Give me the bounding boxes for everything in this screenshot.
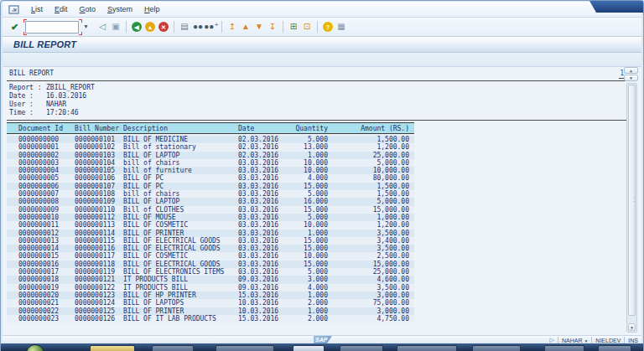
status-insert-mode: INS (628, 338, 638, 343)
save-icon[interactable]: ▣ (110, 21, 122, 33)
continue-icon[interactable]: ◁ (96, 21, 108, 33)
system-menu-icon[interactable] (8, 5, 20, 14)
table-row[interactable]: 00000000090000000110Bill of CLOTHES03.03… (7, 206, 414, 214)
table-cell: BILL OF ELECTRONICS ITEMS (123, 268, 224, 276)
cancel-icon[interactable]: ✕ (158, 21, 169, 33)
status-server: NIELDEV (595, 338, 621, 343)
first-page-icon[interactable]: ↥ (226, 21, 238, 33)
table-cell: bill of furniture (123, 167, 192, 174)
create-shortcut-icon[interactable]: ⊡ (301, 21, 313, 33)
table-cell: 0000000112 (75, 214, 115, 221)
table-row[interactable]: 00000000030000000104bill of chairs03.03.… (7, 159, 414, 167)
menu-item-edit[interactable]: Edit (49, 3, 74, 15)
table-row[interactable]: 00000000120000000114BILL OF PRINTER03.03… (7, 230, 414, 237)
toolbar-icons: ◁▣◀▲✕▤●●●●⁺↥▲▼↧⊞⊡?▦ (96, 21, 348, 33)
table-cell: 10.000 (271, 167, 328, 174)
print-icon[interactable]: ▤ (179, 21, 190, 33)
table-row[interactable]: 00000000170000000119BILL OF ELECTRONICS … (7, 268, 414, 276)
table-row[interactable]: 00000000080000000109BILL OF LAPTOP03.03.… (7, 198, 414, 205)
table-header-row: Document IdBill NumberDescriptionDateQua… (7, 122, 414, 134)
taskbar-button[interactable] (544, 345, 584, 351)
application-toolbar (3, 53, 641, 67)
table-row[interactable]: 00000000160000000118BILL OF ELECTRICAL G… (7, 261, 414, 268)
divider (558, 337, 558, 343)
taskbar-button[interactable] (90, 345, 135, 351)
page-up-icon[interactable]: ▲ (240, 21, 252, 33)
menu-item-system[interactable]: System (101, 3, 138, 15)
table-cell: 0000000104 (75, 159, 115, 167)
table-row[interactable]: 00000000140000000116BILL OF ELECTRICAL G… (7, 245, 414, 252)
table-cell: 1.000 (271, 152, 328, 159)
back-icon[interactable]: ◀ (131, 21, 143, 33)
divider (7, 120, 628, 121)
table-cell: 0000000011 (18, 221, 59, 229)
table-row[interactable]: 00000000180000000121IT PRODUCTS BILL09.0… (7, 276, 414, 283)
taskbar-button[interactable] (472, 345, 521, 351)
taskbar-button[interactable] (340, 345, 383, 351)
taskbar-button[interactable] (216, 345, 274, 351)
enter-icon[interactable]: ✔ (8, 21, 21, 34)
command-input[interactable] (25, 21, 79, 34)
taskbar-button[interactable] (598, 345, 631, 351)
status-expand-icon[interactable]: ▷ (550, 337, 554, 343)
table-cell: BILL OF HP PRINTER (123, 292, 196, 299)
table-cell: 3,500.00 (336, 284, 409, 292)
taskbar-button[interactable] (293, 345, 325, 351)
scroll-down-button[interactable]: ▼ (624, 75, 638, 81)
help-icon[interactable]: ? (322, 21, 334, 33)
scrollbar-down-arrow[interactable]: ▼ (628, 323, 636, 331)
table-row[interactable]: 00000000110000000113BILL OF COSMETIC03.0… (7, 221, 414, 229)
table-row[interactable]: 00000000010000000102Bill of stationary02… (7, 143, 414, 151)
table-cell: IT PRODUCTS BILL (123, 284, 188, 292)
table-cell: 1,200.00 (336, 143, 409, 151)
table-row[interactable]: 00000000040000000105bill of furniture03.… (7, 167, 414, 174)
exit-icon[interactable]: ▲ (144, 21, 156, 33)
table-cell: IT PRODUCTS BILL (123, 276, 188, 283)
command-dropdown-icon[interactable]: ▼ (83, 23, 89, 29)
screen-titlebar: BILL REPORT (3, 37, 641, 53)
table-row[interactable]: 00000000020000000103BILL OF LAPTOP02.03.… (7, 152, 414, 159)
scrollbar-thumb[interactable] (628, 85, 636, 316)
find-next-icon[interactable]: ●●⁺ (205, 21, 217, 33)
find-icon[interactable]: ●● (192, 21, 204, 33)
table-cell: 15,000.00 (336, 261, 409, 268)
table-cell: 0000000015 (18, 252, 59, 260)
table-row[interactable]: 00000000190000000122IT PRODUCTS BILL09.0… (7, 284, 414, 292)
taskbar-button[interactable] (397, 345, 457, 351)
exit-icon: ▲ (145, 22, 155, 32)
table-row[interactable]: 00000000200000000123BILL OF HP PRINTER15… (7, 292, 414, 299)
divider (591, 337, 592, 343)
table-row[interactable]: 00000000000000000101BILL OF MEDICINE02.0… (7, 136, 414, 143)
scroll-up-button[interactable]: ▲ (624, 67, 638, 74)
divider (7, 80, 628, 81)
table-cell: 0000000118 (75, 261, 115, 268)
vertical-scrollbar[interactable]: ▼ (626, 83, 637, 333)
status-user[interactable]: NAHAR ▼ (562, 338, 588, 343)
table-row[interactable]: 00000000150000000117BILL OF COSMETIC03.0… (7, 252, 414, 260)
start-button-icon[interactable] (26, 344, 44, 351)
menu-item-help[interactable]: Help (138, 3, 166, 15)
table-row[interactable]: 00000000050000000106BILL OF PC03.03.2016… (7, 174, 414, 182)
table-row[interactable]: 00000000070000000108bill of chairs03.03.… (7, 190, 414, 198)
menu-item-goto[interactable]: Goto (74, 3, 102, 15)
new-session-icon[interactable]: ⊞ (288, 21, 299, 33)
table-cell: 4.000 (271, 284, 328, 292)
table-row[interactable]: 00000000230000000126BILL OF IT LAB PRODU… (7, 315, 414, 323)
table-cell: bill of chairs (123, 190, 179, 198)
table-cell: 4.000 (271, 174, 328, 182)
table-row[interactable]: 00000000060000000107BILL OF PC03.03.2016… (7, 183, 414, 190)
table-cell: 0000000115 (75, 237, 115, 245)
toolbar-separator (283, 21, 283, 33)
table-row[interactable]: 00000000100000000112BILL OF MOUSE03.03.2… (7, 214, 414, 221)
table-cell: 80,000.00 (336, 174, 409, 182)
table-row[interactable]: 00000000210000000124BILL OF LAPTOPS10.03… (7, 299, 414, 307)
menu-item-list[interactable]: List (25, 3, 49, 15)
table-row[interactable]: 00000000130000000115BILL OF ELECTRICAL G… (7, 237, 414, 245)
table-cell: 3,000.00 (336, 292, 409, 299)
table-row[interactable]: 00000000220000000125BILL OF PRINTER10.03… (7, 307, 414, 315)
customize-layout-icon[interactable]: ▦ (335, 21, 347, 33)
taskbar-button[interactable] (152, 345, 194, 351)
page-down-icon[interactable]: ▼ (253, 21, 265, 33)
table-cell: 0000000020 (18, 292, 59, 299)
last-page-icon[interactable]: ↧ (267, 21, 278, 33)
